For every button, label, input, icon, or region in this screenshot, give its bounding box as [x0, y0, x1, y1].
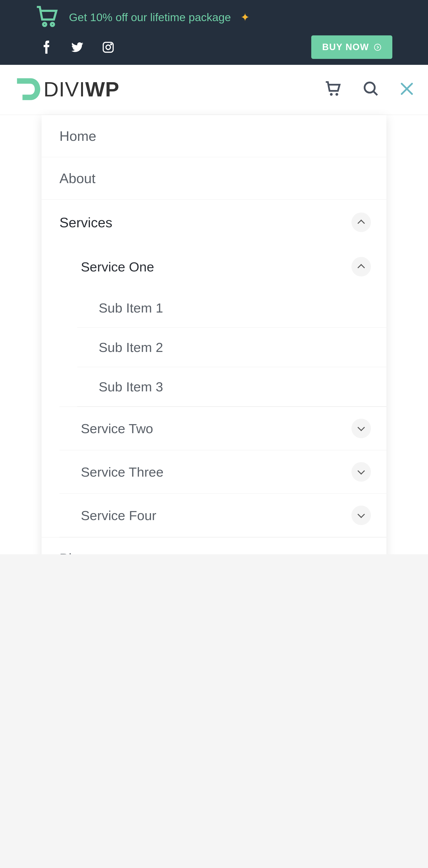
- svg-point-5: [374, 44, 381, 50]
- menu-item-service-one[interactable]: Service One: [59, 245, 387, 288]
- svg-point-6: [330, 93, 333, 96]
- twitter-icon[interactable]: [72, 41, 83, 53]
- menu-item-home[interactable]: Home: [41, 115, 387, 157]
- menu-label-sub1: Sub Item 1: [99, 300, 163, 316]
- submenu-service-one: Sub Item 1 Sub Item 2 Sub Item 3: [59, 288, 387, 407]
- cart-promo-icon: [36, 6, 59, 28]
- logo-text: DIVIWP: [44, 77, 119, 101]
- logo[interactable]: DIVIWP: [14, 75, 119, 103]
- submenu-services: Service One Sub Item 1 Sub Item 2: [41, 245, 387, 537]
- instagram-icon[interactable]: [102, 41, 114, 53]
- chevron-down-icon[interactable]: [351, 505, 371, 525]
- menu-item-about[interactable]: About: [41, 157, 387, 199]
- buy-now-label: BUY NOW: [322, 42, 369, 52]
- chevron-up-icon[interactable]: [351, 257, 371, 276]
- menu-label-sub3: Sub Item 3: [99, 379, 163, 395]
- svg-point-7: [336, 93, 338, 96]
- mobile-menu: Home About Services Service One: [41, 115, 387, 554]
- search-icon[interactable]: [363, 81, 378, 97]
- close-icon[interactable]: [400, 82, 414, 97]
- buy-now-button[interactable]: BUY NOW: [311, 35, 392, 59]
- sparkle-icon: ✦: [240, 11, 250, 24]
- menu-label-services: Services: [59, 214, 112, 230]
- cart-icon[interactable]: [325, 81, 342, 97]
- svg-line-9: [374, 91, 377, 95]
- menu-label-home: Home: [59, 128, 96, 144]
- menu-item-sub1[interactable]: Sub Item 1: [77, 288, 387, 328]
- social-icons: [36, 41, 114, 53]
- menu-item-service-four[interactable]: Service Four: [59, 494, 387, 537]
- facebook-icon[interactable]: [40, 41, 52, 53]
- menu-item-blog[interactable]: Blog: [41, 537, 387, 554]
- menu-item-service-two[interactable]: Service Two: [59, 407, 387, 450]
- svg-point-8: [365, 83, 375, 93]
- menu-label-sub2: Sub Item 2: [99, 340, 163, 355]
- menu-item-sub3[interactable]: Sub Item 3: [77, 367, 387, 406]
- menu-label-service-four: Service Four: [81, 508, 156, 523]
- menu-item-service-three[interactable]: Service Three: [59, 450, 387, 494]
- menu-label-about: About: [59, 170, 95, 186]
- menu-label-service-one: Service One: [81, 259, 154, 275]
- svg-point-1: [51, 23, 54, 26]
- promo-bar: Get 10% off our lifetime package ✦ BUY N…: [0, 0, 428, 65]
- chevron-up-icon[interactable]: [351, 213, 371, 232]
- svg-point-3: [106, 45, 111, 50]
- header-icons: [325, 81, 414, 97]
- site-header: DIVIWP: [0, 65, 428, 115]
- svg-point-0: [43, 23, 46, 26]
- svg-point-4: [111, 44, 112, 45]
- menu-item-services[interactable]: Services: [41, 199, 387, 245]
- menu-label-service-two: Service Two: [81, 421, 153, 436]
- chevron-down-icon[interactable]: [351, 462, 371, 482]
- menu-item-sub2[interactable]: Sub Item 2: [77, 328, 387, 367]
- logo-mark-icon: [14, 75, 41, 103]
- menu-label-service-three: Service Three: [81, 464, 164, 480]
- promo-text: Get 10% off our lifetime package: [69, 11, 231, 24]
- chevron-down-icon[interactable]: [351, 419, 371, 438]
- menu-label-blog: Blog: [59, 551, 87, 554]
